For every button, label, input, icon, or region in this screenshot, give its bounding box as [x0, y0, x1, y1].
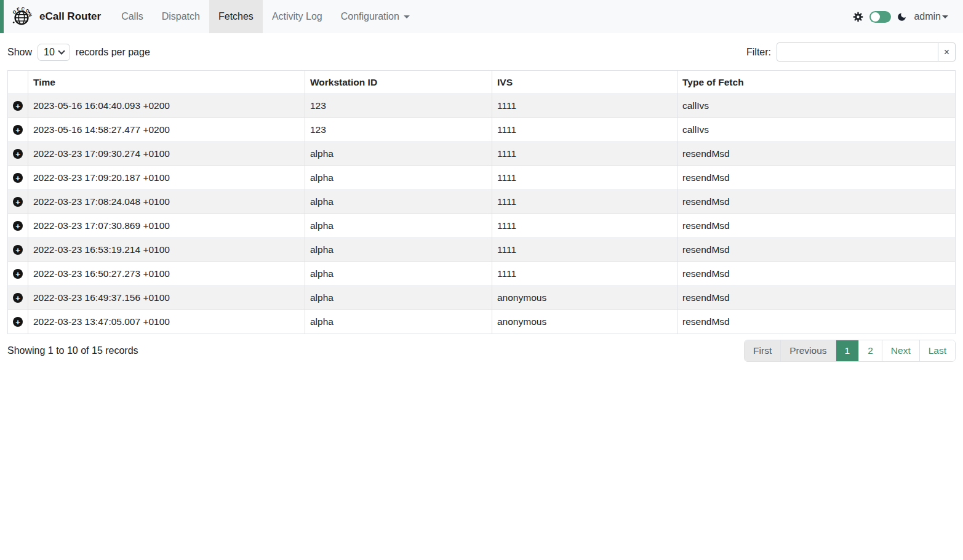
main-nav: Calls Dispatch Fetches Activity Log Conf… [112, 0, 419, 33]
theme-toggle-knob [871, 12, 880, 22]
nav-tab-fetches[interactable]: Fetches [209, 0, 263, 33]
type-of-fetch-cell: resendMsd [677, 310, 956, 334]
table-row: +2022-03-23 16:53:19.214 +0100alpha1111r… [8, 238, 956, 262]
type-of-fetch-cell: resendMsd [677, 142, 956, 166]
nav-tab-activity-log[interactable]: Activity Log [263, 0, 332, 33]
column-header-type-of-fetch[interactable]: Type of Fetch [677, 71, 956, 94]
expand-row-button[interactable]: + [13, 245, 23, 255]
workstation-id-cell: alpha [305, 190, 492, 214]
type-of-fetch-cell: resendMsd [677, 190, 956, 214]
table-row: +2022-03-23 17:09:20.187 +0100alpha1111r… [8, 166, 956, 190]
globe-seal-logo-icon: OECON [10, 5, 33, 28]
time-cell: 2023-05-16 16:04:40.093 +0200 [28, 94, 305, 118]
page-button-first: First [745, 340, 780, 361]
expand-cell: + [8, 238, 28, 262]
table-footer: Showing 1 to 10 of 15 records FirstPrevi… [0, 334, 963, 367]
nav-tab-calls[interactable]: Calls [112, 0, 153, 33]
chevron-down-icon [58, 47, 65, 54]
expand-cell: + [8, 310, 28, 334]
page-button-next[interactable]: Next [882, 340, 919, 361]
fetches-table: Time Workstation ID IVS Type of Fetch +2… [7, 70, 956, 334]
app-title: eCall Router [39, 10, 101, 23]
expand-cell: + [8, 286, 28, 310]
expand-row-button[interactable]: + [13, 101, 23, 111]
nav-tab-configuration-label: Configuration [341, 11, 399, 22]
time-cell: 2022-03-23 16:49:37.156 +0100 [28, 286, 305, 310]
nav-tab-configuration[interactable]: Configuration [332, 0, 419, 33]
expand-cell: + [8, 190, 28, 214]
ivs-cell: anonymous [492, 286, 677, 310]
workstation-id-cell: alpha [305, 214, 492, 238]
table-body: +2023-05-16 16:04:40.093 +02001231111cal… [8, 94, 956, 334]
filter-group: Filter: × [746, 42, 956, 62]
page-button-1[interactable]: 1 [836, 340, 859, 361]
type-of-fetch-cell: callIvs [677, 94, 956, 118]
workstation-id-cell: alpha [305, 142, 492, 166]
show-label: Show [7, 47, 32, 58]
page-button-previous: Previous [780, 340, 835, 361]
caret-down-icon [942, 15, 948, 18]
workstation-id-cell: 123 [305, 118, 492, 142]
page-size-select[interactable]: 10 [38, 44, 70, 61]
theme-toggle[interactable] [869, 11, 891, 23]
table-row: +2023-05-16 16:04:40.093 +02001231111cal… [8, 94, 956, 118]
table-row: +2022-03-23 17:07:30.869 +0100alpha1111r… [8, 214, 956, 238]
ivs-cell: 1111 [492, 262, 677, 286]
userbar: admin [852, 0, 963, 33]
column-header-workstation-id[interactable]: Workstation ID [305, 71, 492, 94]
page-button-2[interactable]: 2 [858, 340, 882, 361]
type-of-fetch-cell: resendMsd [677, 214, 956, 238]
column-header-time[interactable]: Time [28, 71, 305, 94]
pagination: FirstPrevious12NextLast [744, 340, 956, 362]
type-of-fetch-cell: callIvs [677, 118, 956, 142]
ivs-cell: anonymous [492, 310, 677, 334]
expand-cell: + [8, 214, 28, 238]
page-button-last[interactable]: Last [919, 340, 955, 361]
ivs-cell: 1111 [492, 142, 677, 166]
filter-input[interactable] [777, 42, 938, 62]
navbar: OECON eCall Router Calls Dispatch Fetche… [0, 0, 963, 33]
expand-row-button[interactable]: + [13, 125, 23, 135]
expand-cell: + [8, 118, 28, 142]
ivs-cell: 1111 [492, 190, 677, 214]
workstation-id-cell: alpha [305, 262, 492, 286]
admin-menu[interactable]: admin [913, 11, 949, 22]
gear-icon[interactable] [852, 11, 864, 23]
filter-label: Filter: [746, 47, 771, 58]
time-cell: 2022-03-23 16:53:19.214 +0100 [28, 238, 305, 262]
caret-down-icon [404, 15, 410, 18]
brand[interactable]: OECON eCall Router [4, 0, 112, 33]
records-summary: Showing 1 to 10 of 15 records [7, 345, 138, 356]
expand-row-button[interactable]: + [13, 293, 23, 303]
workstation-id-cell: alpha [305, 166, 492, 190]
expand-row-button[interactable]: + [13, 149, 23, 159]
expand-row-button[interactable]: + [13, 269, 23, 279]
expand-row-button[interactable]: + [13, 173, 23, 183]
expand-row-button[interactable]: + [13, 317, 23, 327]
workstation-id-cell: alpha [305, 310, 492, 334]
time-cell: 2022-03-23 17:08:24.048 +0100 [28, 190, 305, 214]
type-of-fetch-cell: resendMsd [677, 286, 956, 310]
table-header: Time Workstation ID IVS Type of Fetch [8, 71, 956, 94]
table-row: +2022-03-23 13:47:05.007 +0100alphaanony… [8, 310, 956, 334]
expand-cell: + [8, 262, 28, 286]
clear-filter-button[interactable]: × [938, 42, 956, 62]
expand-row-button[interactable]: + [13, 221, 23, 231]
ivs-cell: 1111 [492, 214, 677, 238]
expand-column-header [8, 71, 28, 94]
page-size-value: 10 [44, 47, 55, 58]
nav-tab-dispatch[interactable]: Dispatch [153, 0, 209, 33]
table-row: +2022-03-23 16:49:37.156 +0100alphaanony… [8, 286, 956, 310]
type-of-fetch-cell: resendMsd [677, 166, 956, 190]
admin-username: admin [914, 11, 941, 22]
table-row: +2023-05-16 14:58:27.477 +02001231111cal… [8, 118, 956, 142]
expand-row-button[interactable]: + [13, 197, 23, 207]
workstation-id-cell: alpha [305, 286, 492, 310]
column-header-ivs[interactable]: IVS [492, 71, 677, 94]
time-cell: 2022-03-23 17:09:30.274 +0100 [28, 142, 305, 166]
table-row: +2022-03-23 17:09:30.274 +0100alpha1111r… [8, 142, 956, 166]
time-cell: 2023-05-16 14:58:27.477 +0200 [28, 118, 305, 142]
table-toolbar: Show 10 records per page Filter: × [0, 33, 963, 70]
ivs-cell: 1111 [492, 166, 677, 190]
time-cell: 2022-03-23 13:47:05.007 +0100 [28, 310, 305, 334]
